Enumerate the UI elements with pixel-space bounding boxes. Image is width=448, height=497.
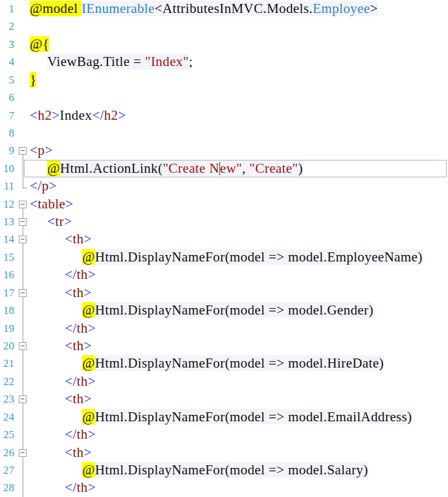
fold-guide-line: [23, 403, 23, 408]
code-line[interactable]: 22</th>: [0, 373, 448, 390]
fold-margin: [17, 461, 30, 479]
fold-guide-line: [23, 355, 23, 372]
line-number: 25: [0, 426, 17, 443]
code-text: </th>: [30, 479, 448, 496]
code-token: p: [38, 142, 45, 158]
code-token: ,: [242, 160, 249, 176]
code-token: </: [65, 373, 76, 389]
collapse-toggle-icon[interactable]: [19, 218, 27, 226]
code-line[interactable]: 23<th>: [0, 390, 448, 408]
fold-margin: [17, 89, 30, 106]
collapse-toggle-icon[interactable]: [19, 236, 27, 243]
code-token: Employee: [313, 1, 370, 16]
code-line[interactable]: 25</th>: [0, 426, 448, 443]
code-line[interactable]: 4ViewBag.Title = "Index";: [0, 53, 448, 71]
fold-guide-line: [23, 337, 23, 342]
line-number: 17: [0, 284, 17, 302]
code-line[interactable]: 9<p>: [0, 142, 448, 159]
code-text: @model IEnumerable<AttributesInMVC.Model…: [30, 0, 448, 17]
code-token: <: [47, 214, 55, 229]
code-line[interactable]: 20<th>: [0, 337, 448, 355]
code-token: >: [84, 445, 91, 460]
code-line[interactable]: 26<th>: [0, 444, 448, 461]
code-text: <th>: [30, 284, 448, 302]
code-token: <: [65, 391, 73, 406]
code-token: "Create N: [162, 160, 219, 176]
fold-guide-line: [23, 225, 23, 230]
fold-guide-line: [23, 320, 23, 337]
code-text: @{: [30, 36, 448, 53]
collapse-toggle-icon[interactable]: [19, 289, 27, 297]
collapse-toggle-icon[interactable]: [19, 449, 27, 457]
code-text: [30, 89, 448, 106]
code-line[interactable]: 14<th>: [0, 230, 448, 248]
fold-margin: [17, 177, 30, 195]
code-line[interactable]: 18@Html.DisplayNameFor(model => model.Ge…: [0, 302, 448, 319]
code-line[interactable]: 13<tr>: [0, 213, 448, 230]
code-line[interactable]: 10@Html.ActionLink("Create New", "Create…: [0, 160, 448, 177]
code-line[interactable]: 8: [0, 124, 448, 142]
code-token: </: [65, 480, 76, 495]
code-token: ViewBag.Title =: [47, 54, 145, 69]
code-token: >: [118, 107, 126, 123]
collapse-toggle-icon[interactable]: [19, 342, 27, 350]
code-line[interactable]: 3@{: [0, 36, 448, 53]
fold-guide-line: [23, 390, 23, 395]
code-token: Html.DisplayNameFor(model => model.Salar…: [95, 462, 368, 478]
line-number: 2: [0, 17, 17, 35]
code-line[interactable]: 17<th>: [0, 284, 448, 302]
fold-guide-corner: [23, 188, 27, 188]
code-line[interactable]: 6: [0, 89, 448, 106]
fold-margin: [17, 160, 30, 177]
code-line[interactable]: 21@Html.DisplayNameFor(model => model.Hi…: [0, 355, 448, 372]
code-token: @: [82, 462, 95, 478]
fold-margin: [17, 230, 30, 248]
code-line[interactable]: 27@Html.DisplayNameFor(model => model.Sa…: [0, 461, 448, 479]
code-token: <AttributesInMVC.Models.: [155, 1, 313, 16]
code-text: </th>: [30, 320, 448, 337]
collapse-toggle-icon[interactable]: [19, 147, 27, 155]
fold-margin: [17, 266, 30, 283]
line-number: 5: [0, 71, 17, 89]
code-token: >: [88, 267, 96, 282]
code-line[interactable]: 24@Html.DisplayNameFor(model => model.Em…: [0, 408, 448, 426]
code-token: </: [30, 178, 41, 193]
collapse-toggle-icon[interactable]: [19, 395, 27, 403]
code-line[interactable]: 15@Html.DisplayNameFor(model => model.Em…: [0, 248, 448, 266]
code-line[interactable]: 5}: [0, 71, 448, 89]
code-line[interactable]: 1@model IEnumerable<AttributesInMVC.Mode…: [0, 0, 448, 17]
code-token: <: [65, 231, 73, 247]
collapse-toggle-icon[interactable]: [19, 201, 27, 208]
fold-margin: [17, 142, 30, 159]
code-text: </th>: [30, 373, 448, 390]
code-line[interactable]: 28</th>: [0, 479, 448, 496]
code-line[interactable]: 12<table>: [0, 195, 448, 213]
fold-margin: [17, 390, 30, 408]
code-line[interactable]: 2: [0, 17, 448, 35]
code-editor[interactable]: 1@model IEnumerable<AttributesInMVC.Mode…: [0, 0, 448, 497]
code-text: </th>: [30, 426, 448, 443]
line-number: 14: [0, 230, 17, 248]
code-token: Html.DisplayNameFor(model => model.Gende…: [95, 302, 374, 318]
code-token: >: [370, 1, 377, 16]
code-line[interactable]: 7<h2>Index</h2>: [0, 107, 448, 124]
code-token: }: [30, 72, 36, 87]
code-line[interactable]: 11</p>: [0, 177, 448, 195]
code-token: <: [65, 338, 73, 353]
code-token: th: [76, 267, 87, 282]
fold-guide-line: [23, 266, 23, 283]
code-token: th: [76, 373, 87, 389]
code-text: <table>: [30, 195, 448, 213]
code-line[interactable]: 19</th>: [0, 320, 448, 337]
line-number: 16: [0, 266, 17, 283]
code-token: th: [73, 285, 84, 300]
code-line[interactable]: 16</th>: [0, 266, 448, 283]
code-token: >: [84, 231, 91, 247]
line-number: 6: [0, 89, 17, 106]
code-text: </th>: [30, 266, 448, 283]
code-token: >: [45, 142, 52, 158]
fold-guide-line: [23, 373, 23, 390]
fold-guide-line: [23, 208, 23, 213]
code-token: <: [65, 445, 73, 460]
code-token: h2: [38, 107, 52, 123]
